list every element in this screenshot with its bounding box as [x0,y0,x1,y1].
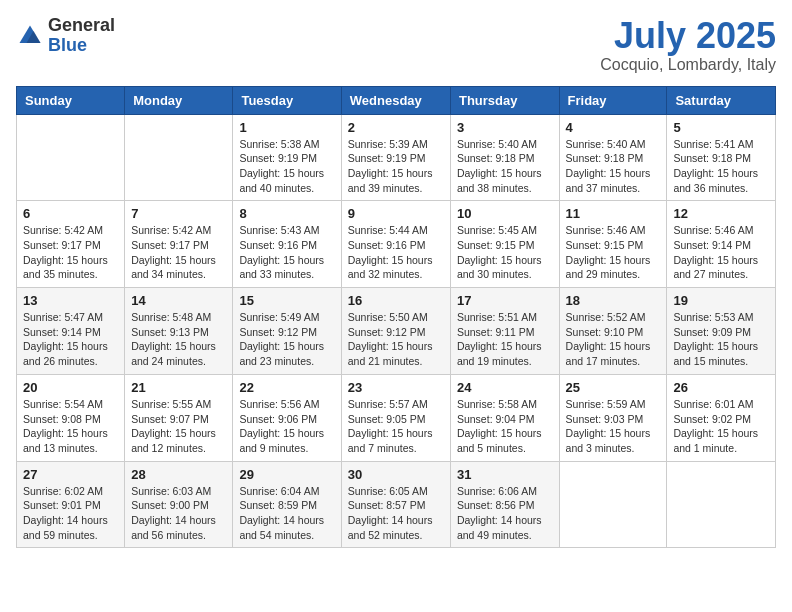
day-detail: Sunrise: 5:49 AMSunset: 9:12 PMDaylight:… [239,311,324,367]
table-row: 13 Sunrise: 5:47 AMSunset: 9:14 PMDaylig… [17,288,125,375]
header-tuesday: Tuesday [233,86,341,114]
day-detail: Sunrise: 5:50 AMSunset: 9:12 PMDaylight:… [348,311,433,367]
day-detail: Sunrise: 5:56 AMSunset: 9:06 PMDaylight:… [239,398,324,454]
day-number: 24 [457,380,553,395]
table-row: 14 Sunrise: 5:48 AMSunset: 9:13 PMDaylig… [125,288,233,375]
calendar-week-row: 20 Sunrise: 5:54 AMSunset: 9:08 PMDaylig… [17,374,776,461]
day-number: 2 [348,120,444,135]
table-row: 1 Sunrise: 5:38 AMSunset: 9:19 PMDayligh… [233,114,341,201]
table-row [125,114,233,201]
table-row [559,461,667,548]
day-detail: Sunrise: 5:51 AMSunset: 9:11 PMDaylight:… [457,311,542,367]
table-row: 12 Sunrise: 5:46 AMSunset: 9:14 PMDaylig… [667,201,776,288]
header-monday: Monday [125,86,233,114]
table-row: 27 Sunrise: 6:02 AMSunset: 9:01 PMDaylig… [17,461,125,548]
calendar-week-row: 6 Sunrise: 5:42 AMSunset: 9:17 PMDayligh… [17,201,776,288]
logo-text: General Blue [48,16,115,56]
day-number: 10 [457,206,553,221]
day-detail: Sunrise: 5:55 AMSunset: 9:07 PMDaylight:… [131,398,216,454]
table-row: 10 Sunrise: 5:45 AMSunset: 9:15 PMDaylig… [450,201,559,288]
header-thursday: Thursday [450,86,559,114]
day-detail: Sunrise: 5:57 AMSunset: 9:05 PMDaylight:… [348,398,433,454]
day-detail: Sunrise: 5:44 AMSunset: 9:16 PMDaylight:… [348,224,433,280]
day-number: 21 [131,380,226,395]
day-detail: Sunrise: 5:41 AMSunset: 9:18 PMDaylight:… [673,138,758,194]
day-detail: Sunrise: 5:39 AMSunset: 9:19 PMDaylight:… [348,138,433,194]
table-row [667,461,776,548]
day-number: 4 [566,120,661,135]
table-row: 11 Sunrise: 5:46 AMSunset: 9:15 PMDaylig… [559,201,667,288]
table-row: 28 Sunrise: 6:03 AMSunset: 9:00 PMDaylig… [125,461,233,548]
day-detail: Sunrise: 6:05 AMSunset: 8:57 PMDaylight:… [348,485,433,541]
table-row: 20 Sunrise: 5:54 AMSunset: 9:08 PMDaylig… [17,374,125,461]
table-row: 8 Sunrise: 5:43 AMSunset: 9:16 PMDayligh… [233,201,341,288]
day-detail: Sunrise: 5:59 AMSunset: 9:03 PMDaylight:… [566,398,651,454]
logo-general: General [48,16,115,36]
calendar-table: Sunday Monday Tuesday Wednesday Thursday… [16,86,776,549]
table-row: 15 Sunrise: 5:49 AMSunset: 9:12 PMDaylig… [233,288,341,375]
day-detail: Sunrise: 5:47 AMSunset: 9:14 PMDaylight:… [23,311,108,367]
table-row: 19 Sunrise: 5:53 AMSunset: 9:09 PMDaylig… [667,288,776,375]
table-row: 5 Sunrise: 5:41 AMSunset: 9:18 PMDayligh… [667,114,776,201]
table-row: 23 Sunrise: 5:57 AMSunset: 9:05 PMDaylig… [341,374,450,461]
day-detail: Sunrise: 6:02 AMSunset: 9:01 PMDaylight:… [23,485,108,541]
day-detail: Sunrise: 5:46 AMSunset: 9:15 PMDaylight:… [566,224,651,280]
day-number: 12 [673,206,769,221]
table-row [17,114,125,201]
day-detail: Sunrise: 5:40 AMSunset: 9:18 PMDaylight:… [566,138,651,194]
header-sunday: Sunday [17,86,125,114]
day-number: 8 [239,206,334,221]
day-detail: Sunrise: 6:04 AMSunset: 8:59 PMDaylight:… [239,485,324,541]
day-number: 26 [673,380,769,395]
header-saturday: Saturday [667,86,776,114]
day-number: 15 [239,293,334,308]
table-row: 25 Sunrise: 5:59 AMSunset: 9:03 PMDaylig… [559,374,667,461]
day-number: 11 [566,206,661,221]
day-number: 14 [131,293,226,308]
day-number: 19 [673,293,769,308]
day-detail: Sunrise: 5:38 AMSunset: 9:19 PMDaylight:… [239,138,324,194]
logo-blue: Blue [48,36,115,56]
header-wednesday: Wednesday [341,86,450,114]
day-number: 6 [23,206,118,221]
day-number: 23 [348,380,444,395]
calendar-title: July 2025 [600,16,776,56]
day-number: 30 [348,467,444,482]
day-detail: Sunrise: 5:58 AMSunset: 9:04 PMDaylight:… [457,398,542,454]
day-detail: Sunrise: 5:53 AMSunset: 9:09 PMDaylight:… [673,311,758,367]
table-row: 2 Sunrise: 5:39 AMSunset: 9:19 PMDayligh… [341,114,450,201]
day-number: 7 [131,206,226,221]
day-detail: Sunrise: 6:06 AMSunset: 8:56 PMDaylight:… [457,485,542,541]
day-detail: Sunrise: 5:52 AMSunset: 9:10 PMDaylight:… [566,311,651,367]
day-detail: Sunrise: 6:03 AMSunset: 9:00 PMDaylight:… [131,485,216,541]
table-row: 22 Sunrise: 5:56 AMSunset: 9:06 PMDaylig… [233,374,341,461]
table-row: 3 Sunrise: 5:40 AMSunset: 9:18 PMDayligh… [450,114,559,201]
day-number: 20 [23,380,118,395]
table-row: 31 Sunrise: 6:06 AMSunset: 8:56 PMDaylig… [450,461,559,548]
day-detail: Sunrise: 5:43 AMSunset: 9:16 PMDaylight:… [239,224,324,280]
day-number: 18 [566,293,661,308]
logo-icon [16,22,44,50]
day-number: 1 [239,120,334,135]
table-row: 18 Sunrise: 5:52 AMSunset: 9:10 PMDaylig… [559,288,667,375]
day-detail: Sunrise: 6:01 AMSunset: 9:02 PMDaylight:… [673,398,758,454]
calendar-subtitle: Cocquio, Lombardy, Italy [600,56,776,74]
day-number: 5 [673,120,769,135]
header-friday: Friday [559,86,667,114]
title-block: July 2025 Cocquio, Lombardy, Italy [600,16,776,74]
calendar-week-row: 27 Sunrise: 6:02 AMSunset: 9:01 PMDaylig… [17,461,776,548]
table-row: 24 Sunrise: 5:58 AMSunset: 9:04 PMDaylig… [450,374,559,461]
table-row: 6 Sunrise: 5:42 AMSunset: 9:17 PMDayligh… [17,201,125,288]
day-number: 27 [23,467,118,482]
day-detail: Sunrise: 5:48 AMSunset: 9:13 PMDaylight:… [131,311,216,367]
logo: General Blue [16,16,115,56]
table-row: 16 Sunrise: 5:50 AMSunset: 9:12 PMDaylig… [341,288,450,375]
day-number: 28 [131,467,226,482]
calendar-week-row: 13 Sunrise: 5:47 AMSunset: 9:14 PMDaylig… [17,288,776,375]
day-detail: Sunrise: 5:45 AMSunset: 9:15 PMDaylight:… [457,224,542,280]
day-number: 17 [457,293,553,308]
day-number: 31 [457,467,553,482]
page-header: General Blue July 2025 Cocquio, Lombardy… [16,16,776,74]
days-header-row: Sunday Monday Tuesday Wednesday Thursday… [17,86,776,114]
day-detail: Sunrise: 5:42 AMSunset: 9:17 PMDaylight:… [23,224,108,280]
